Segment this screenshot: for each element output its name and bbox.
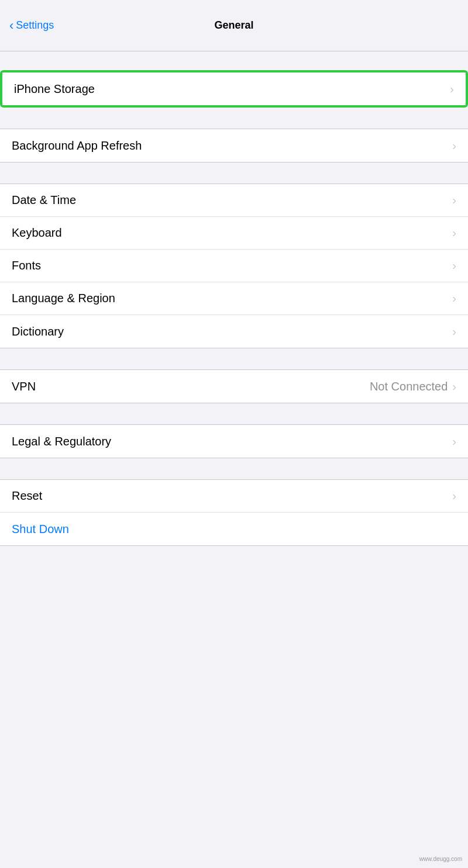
label-iphone-storage: iPhone Storage [14,82,95,96]
section-datetime-section: Date & Time›Keyboard›Fonts›Language & Re… [0,184,468,348]
label-shut-down: Shut Down [12,523,69,536]
chevron-right-icon: › [452,259,456,272]
page-title: General [214,19,253,32]
label-legal-regulatory: Legal & Regulatory [12,435,111,448]
right-dictionary: › [452,325,456,338]
list-item-fonts[interactable]: Fonts› [0,250,468,282]
right-iphone-storage: › [450,82,454,96]
right-legal-regulatory: › [452,435,456,448]
header: ‹ Settings General [0,0,468,51]
right-language-region: › [452,292,456,305]
label-keyboard: Keyboard [12,226,62,240]
watermark: www.deugg.com [419,856,462,862]
list-item-date-time[interactable]: Date & Time› [0,184,468,217]
section-storage-section-highlighted: iPhone Storage› [0,70,468,108]
back-button[interactable]: ‹ Settings [9,18,54,33]
list-item-iphone-storage[interactable]: iPhone Storage› [2,72,466,105]
label-language-region: Language & Region [12,292,115,305]
chevron-right-icon: › [452,325,456,338]
back-label: Settings [16,19,54,32]
chevron-right-icon: › [452,139,456,153]
label-reset: Reset [12,489,42,503]
chevron-left-icon: ‹ [9,18,13,33]
value-vpn: Not Connected [370,380,448,393]
list-item-keyboard[interactable]: Keyboard› [0,217,468,250]
section-reset-section: Reset›Shut Down [0,479,468,546]
right-keyboard: › [452,226,456,240]
chevron-right-icon: › [452,380,456,393]
label-date-time: Date & Time [12,193,76,207]
section-background-section: Background App Refresh› [0,129,468,162]
list-item-background-app-refresh[interactable]: Background App Refresh› [0,129,468,162]
right-reset: › [452,489,456,503]
list-item-shut-down[interactable]: Shut Down [0,513,468,545]
label-dictionary: Dictionary [12,325,64,338]
list-item-dictionary[interactable]: Dictionary› [0,315,468,348]
right-background-app-refresh: › [452,139,456,153]
label-vpn: VPN [12,380,36,393]
section-vpn-section: VPNNot Connected› [0,369,468,403]
chevron-right-icon: › [452,226,456,240]
right-vpn: Not Connected› [370,380,456,393]
chevron-right-icon: › [450,82,454,96]
section-legal-section: Legal & Regulatory› [0,424,468,458]
right-date-time: › [452,193,456,207]
chevron-right-icon: › [452,193,456,207]
right-fonts: › [452,259,456,272]
settings-list: iPhone Storage›Background App Refresh›Da… [0,51,468,546]
label-fonts: Fonts [12,259,41,272]
chevron-right-icon: › [452,435,456,448]
list-item-vpn[interactable]: VPNNot Connected› [0,370,468,403]
chevron-right-icon: › [452,489,456,503]
list-item-legal-regulatory[interactable]: Legal & Regulatory› [0,425,468,458]
label-background-app-refresh: Background App Refresh [12,139,142,153]
list-item-language-region[interactable]: Language & Region› [0,282,468,315]
list-item-reset[interactable]: Reset› [0,480,468,513]
chevron-right-icon: › [452,292,456,305]
